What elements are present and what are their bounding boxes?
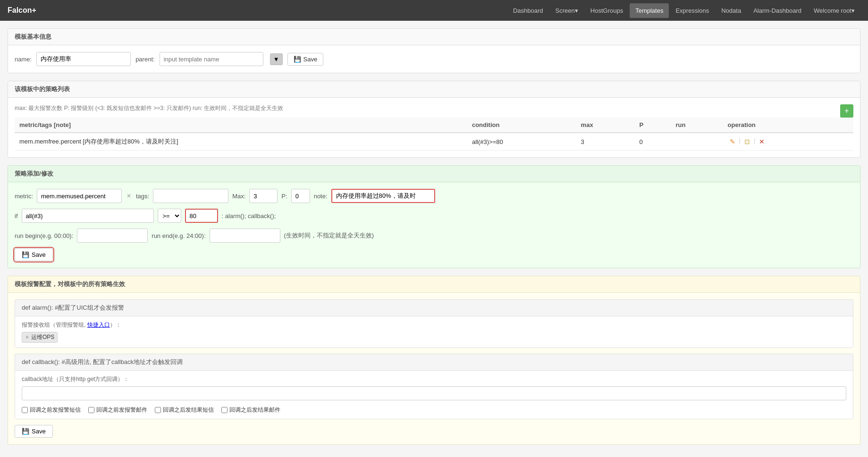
alarm-callback-text: : alarm(); callback(); [222, 212, 276, 220]
run-end-label: run end(e.g. 24:00): [152, 232, 205, 239]
strategy-table: metric/tags [note] condition max P run o… [15, 118, 853, 151]
strategy-list-header: 该模板中的策略列表 [8, 81, 860, 98]
callback-url-input[interactable] [22, 386, 846, 400]
p-label: P: [281, 193, 287, 200]
nav-screen[interactable]: Screen▾ [550, 3, 584, 18]
parent-dropdown-btn[interactable]: ▼ [270, 53, 283, 65]
sep2: | [754, 137, 755, 146]
nav-dashboard[interactable]: Dashboard [507, 3, 549, 18]
cell-p: 0 [634, 133, 671, 151]
metric-input[interactable] [37, 189, 122, 203]
quick-entry-link[interactable]: 快捷入口 [87, 322, 110, 328]
strategy-edit-header: 策略添加/修改 [8, 166, 860, 182]
callback-subsection: def callback(): #高级用法, 配置了callback地址才会触发… [15, 354, 853, 419]
basic-info-section: 模板基本信息 name: parent: ▼ 💾 Save [8, 28, 860, 73]
tag-ops: ✕ 运维OPS [22, 332, 58, 343]
cell-max: 3 [576, 133, 635, 151]
alarm-subsection: def alarm(): #配置了UIC组才会发报警 报警接收组（管理报警组, … [15, 299, 853, 348]
receiver-label: 报警接收组（管理报警组, 快捷入口）： [22, 321, 846, 329]
run-end-input[interactable] [210, 228, 280, 243]
strategy-edit-body: metric: ✕ tags: Max: P: note: if >= > [8, 182, 860, 268]
alarm-config-section: 模板报警配置，对模板中的所有策略生效 def alarm(): #配置了UIC组… [8, 276, 860, 445]
cb-after-email[interactable] [221, 407, 228, 413]
run-hint: (生效时间，不指定就是全天生效) [284, 231, 374, 240]
tags-input[interactable] [153, 189, 228, 203]
op-icons: ✎ | ⊡ | ✕ [728, 137, 849, 146]
tags-label: tags: [136, 193, 149, 200]
name-label: name: [15, 56, 32, 63]
cb-after-sms[interactable] [155, 407, 161, 413]
operator-select[interactable]: >= > <= < == != [158, 209, 181, 223]
alarm-subsection-body: 报警接收组（管理报警组, 快捷入口）： ✕ 运维OPS [15, 316, 853, 347]
metric-form-row: metric: ✕ tags: Max: P: note: [15, 189, 853, 203]
run-row: run begin(e.g. 00:00): run end(e.g. 24:0… [15, 228, 853, 243]
save-icon-strategy: 💾 [22, 251, 29, 258]
copy-icon[interactable]: ⊡ [742, 137, 752, 146]
cell-metric: mem.memfree.percent [内存使用率超过80%，请及时关注] [15, 133, 467, 151]
alarm-config-body: def alarm(): #配置了UIC组才会发报警 报警接收组（管理报警组, … [8, 293, 860, 444]
alarm-subsection-header: def alarm(): #配置了UIC组才会发报警 [15, 300, 853, 316]
checkbox-after-sms: 回调之后发结果短信 [155, 406, 214, 414]
run-begin-label: run begin(e.g. 00:00): [15, 232, 73, 239]
add-strategy-button[interactable]: + [840, 104, 853, 118]
th-p: P [634, 118, 671, 133]
tag-label: 运维OPS [31, 333, 54, 341]
strategy-list-body: max: 最大报警次数 P: 报警级别 (<3: 既发短信也发邮件 >=3: 只… [8, 98, 860, 157]
basic-info-body: name: parent: ▼ 💾 Save [8, 45, 860, 73]
save-btn-row: 💾 Save [15, 248, 853, 261]
basic-info-header: 模板基本信息 [8, 29, 860, 45]
alarm-config-header: 模板报警配置，对模板中的所有策略生效 [8, 276, 860, 293]
callback-subsection-body: callback地址（只支持http get方式回调）： 回调之前发报警短信 回… [15, 370, 853, 419]
save-alarm-button[interactable]: 💾 Save [15, 425, 53, 438]
strategy-list-section: 该模板中的策略列表 max: 最大报警次数 P: 报警级别 (<3: 既发短信也… [8, 81, 860, 158]
parent-input[interactable] [160, 52, 263, 66]
save-button-top[interactable]: 💾 Save [287, 53, 324, 66]
sep1: | [739, 137, 741, 146]
brand: Falcon+ [8, 6, 36, 15]
threshold-input[interactable] [185, 209, 218, 223]
save-icon-top: 💾 [294, 56, 301, 63]
strategy-edit-section: 策略添加/修改 metric: ✕ tags: Max: P: note: if [8, 165, 860, 268]
metric-clear-icon[interactable]: ✕ [126, 193, 132, 199]
run-begin-input[interactable] [77, 228, 148, 243]
tag-close-icon[interactable]: ✕ [25, 334, 29, 340]
strategy-info-text: max: 最大报警次数 P: 报警级别 (<3: 既发短信也发邮件 >=3: 只… [15, 104, 283, 112]
cell-operation: ✎ | ⊡ | ✕ [723, 133, 853, 151]
nav-expressions[interactable]: Expressions [670, 3, 715, 18]
max-input[interactable] [249, 189, 278, 203]
basic-info-form-row: name: parent: ▼ 💾 Save [15, 52, 853, 66]
delete-icon[interactable]: ✕ [757, 137, 767, 146]
nav-nodata[interactable]: Nodata [716, 3, 747, 18]
table-row: mem.memfree.percent [内存使用率超过80%，请及时关注] a… [15, 133, 853, 151]
if-row: if >= > <= < == != : alarm(); callback()… [15, 209, 853, 223]
if-label: if [15, 212, 18, 220]
checkbox-row: 回调之前发报警短信 回调之前发报警邮件 回调之后发结果短信 回调之后发 [22, 406, 846, 414]
nav-hostgroups[interactable]: HostGroups [585, 3, 629, 18]
note-label: note: [314, 193, 328, 200]
nav-alarm-dashboard[interactable]: Alarm-Dashboard [748, 3, 807, 18]
metric-label: metric: [15, 193, 33, 200]
p-input[interactable] [291, 189, 310, 203]
note-input[interactable] [331, 189, 435, 203]
nav-welcome[interactable]: Welcome root▾ [808, 3, 860, 18]
edit-icon[interactable]: ✎ [728, 137, 737, 146]
nav-templates[interactable]: Templates [630, 3, 669, 18]
cb-before-email[interactable] [88, 407, 94, 413]
checkbox-after-email: 回调之后发结果邮件 [221, 406, 280, 414]
bottom-save-btn-row: 💾 Save [15, 425, 853, 438]
page-content: 模板基本信息 name: parent: ▼ 💾 Save 该模板中的策略列表 … [0, 21, 868, 457]
checkbox-before-sms: 回调之前发报警短信 [22, 406, 81, 414]
callback-subsection-header: def callback(): #高级用法, 配置了callback地址才会触发… [15, 354, 853, 370]
save-strategy-button[interactable]: 💾 Save [15, 248, 53, 261]
th-run: run [671, 118, 723, 133]
cb-before-sms[interactable] [22, 407, 28, 413]
nav-items: Dashboard Screen▾ HostGroups Templates E… [507, 3, 860, 18]
cell-condition: all(#3)>=80 [467, 133, 576, 151]
th-max: max [576, 118, 635, 133]
name-input[interactable] [36, 52, 131, 66]
checkbox-before-email: 回调之前发报警邮件 [88, 406, 147, 414]
th-operation: operation [723, 118, 853, 133]
navbar: Falcon+ Dashboard Screen▾ HostGroups Tem… [0, 0, 868, 21]
if-input[interactable] [22, 209, 154, 223]
max-label: Max: [232, 193, 245, 200]
